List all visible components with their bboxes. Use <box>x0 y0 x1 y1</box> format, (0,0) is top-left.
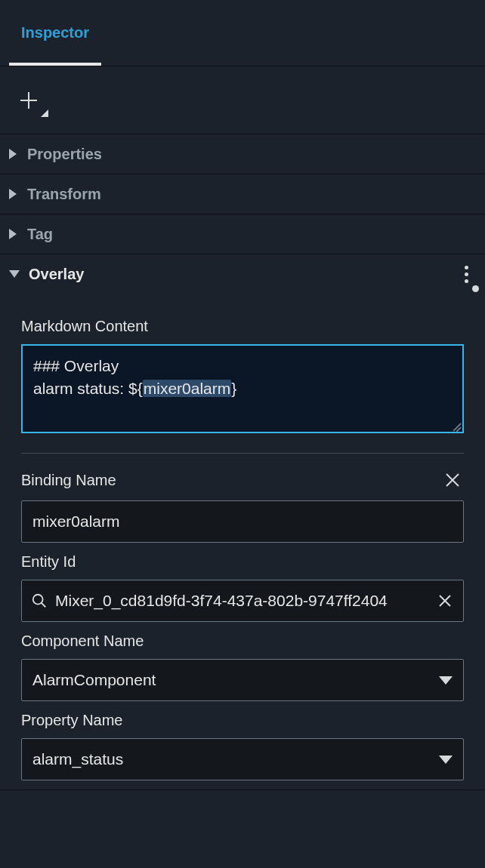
chevron-down-icon <box>439 676 453 685</box>
entity-id-input[interactable]: Mixer_0_cd81d9fd-3f74-437a-802b-9747ff24… <box>21 580 464 622</box>
markdown-content-label: Markdown Content <box>21 318 464 335</box>
tab-bar: Inspector <box>0 0 485 66</box>
remove-binding-button[interactable] <box>441 469 464 491</box>
toolbar <box>0 66 485 134</box>
plus-icon <box>19 91 39 110</box>
dropdown-notch-icon <box>41 109 48 117</box>
search-icon <box>31 593 48 609</box>
caret-right-icon <box>9 189 17 199</box>
caret-right-icon <box>9 149 17 159</box>
section-title-tag: Tag <box>27 226 53 243</box>
section-title-overlay: Overlay <box>29 266 84 283</box>
dropdown-notch-icon <box>472 285 479 292</box>
markdown-text-suffix: } <box>231 380 236 397</box>
binding-name-value[interactable] <box>32 512 453 531</box>
chevron-down-icon <box>439 756 453 764</box>
markdown-text-selected: mixer0alarm <box>143 380 232 397</box>
clear-entity-id-button[interactable] <box>434 590 456 611</box>
section-header-properties[interactable]: Properties <box>0 134 485 174</box>
caret-right-icon <box>9 229 17 239</box>
entity-id-value: Mixer_0_cd81d9fd-3f74-437a-802b-9747ff24… <box>55 592 427 610</box>
close-icon <box>438 594 452 608</box>
binding-name-input[interactable] <box>21 500 464 543</box>
section-body-overlay: Markdown Content ### Overlay alarm statu… <box>0 294 485 790</box>
binding-name-label: Binding Name <box>21 472 116 489</box>
section-transform: Transform <box>0 174 485 214</box>
markdown-text-prefix: ### Overlay alarm status: ${ <box>33 357 143 397</box>
component-name-value: AlarmComponent <box>32 671 156 689</box>
section-header-transform[interactable]: Transform <box>0 174 485 214</box>
property-name-label: Property Name <box>21 712 464 729</box>
entity-id-label: Entity Id <box>21 553 464 571</box>
property-name-value: alarm_status <box>32 750 123 768</box>
markdown-content-textarea[interactable]: ### Overlay alarm status: ${mixer0alarm} <box>21 344 464 433</box>
section-header-tag[interactable]: Tag <box>0 214 485 254</box>
caret-down-icon <box>9 270 20 278</box>
section-title-properties: Properties <box>27 146 102 163</box>
tab-inspector-label: Inspector <box>21 24 89 42</box>
add-component-button[interactable] <box>14 85 44 115</box>
section-tag: Tag <box>0 214 485 254</box>
component-name-select[interactable]: AlarmComponent <box>21 659 464 701</box>
section-overlay: Overlay Markdown Content ### Overlay ala… <box>0 254 485 790</box>
section-header-overlay[interactable]: Overlay <box>0 254 485 294</box>
close-icon <box>444 472 461 488</box>
component-name-label: Component Name <box>21 633 464 650</box>
overlay-menu-button[interactable] <box>457 261 476 288</box>
svg-point-0 <box>33 595 43 605</box>
divider <box>21 453 464 454</box>
property-name-select[interactable]: alarm_status <box>21 738 464 780</box>
section-properties: Properties <box>0 134 485 174</box>
section-title-transform: Transform <box>27 186 101 203</box>
tab-inspector[interactable]: Inspector <box>0 0 110 66</box>
